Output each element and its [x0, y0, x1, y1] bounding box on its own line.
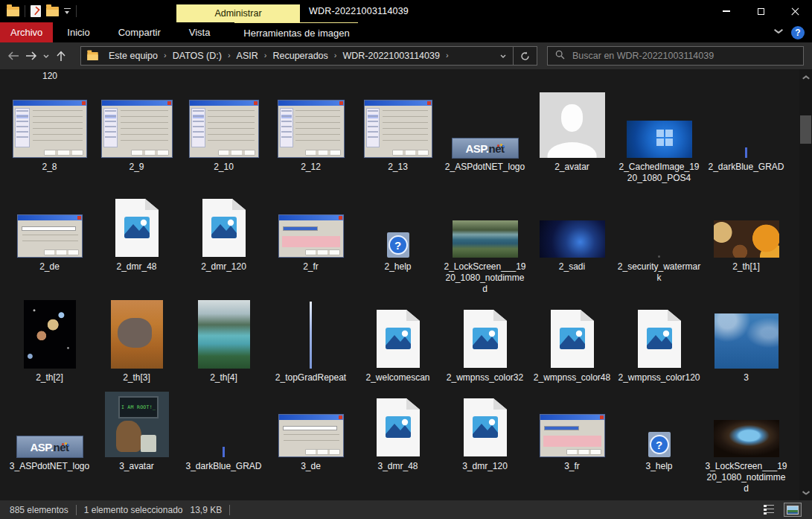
expand-ribbon-chevron-icon[interactable] — [774, 31, 781, 35]
file-item[interactable]: 2_8 — [6, 89, 93, 184]
file-thumbnail-vshort[interactable] — [745, 147, 747, 158]
vertical-scrollbar[interactable] — [799, 69, 812, 500]
file-thumbnail-lake[interactable] — [453, 220, 518, 258]
file-thumbnail-dlgwide[interactable] — [17, 214, 83, 258]
recent-locations-chevron-icon[interactable] — [40, 46, 52, 66]
file-thumbnail-help[interactable] — [648, 432, 671, 457]
file-item[interactable]: 3 — [703, 300, 790, 383]
file-item[interactable]: 2_wmpnss_color120 — [616, 300, 703, 383]
breadcrumb-item[interactable]: DATOS (D:) — [168, 51, 226, 61]
search-input[interactable] — [571, 50, 803, 62]
file-item[interactable]: 3_dmr_48 — [354, 389, 441, 494]
file-item[interactable]: 3_help — [616, 389, 703, 494]
breadcrumb-chevron-icon[interactable]: › — [444, 51, 450, 60]
file-item[interactable]: 2_wmpnss_color48 — [528, 300, 616, 383]
file-item[interactable]: 3_dmr_120 — [441, 389, 528, 494]
address-box[interactable]: Este equipo›DATOS (D:)›ASIR›Recuperados›… — [80, 46, 537, 66]
file-thumbnail-vshort[interactable] — [223, 447, 225, 457]
file-thumbnail-dlgtall[interactable] — [101, 100, 173, 158]
file-thumbnail-dlgtall[interactable] — [13, 100, 87, 158]
file-item[interactable]: 2_th[2] — [6, 300, 93, 383]
ribbon-tab-vista[interactable]: Vista — [175, 22, 225, 42]
file-thumbnail-imgfile[interactable] — [202, 198, 246, 258]
new-folder-icon[interactable] — [46, 7, 59, 16]
file-item[interactable]: 2_security_watermark — [616, 189, 703, 295]
customize-chevron-icon[interactable] — [64, 8, 71, 15]
back-button[interactable] — [4, 46, 22, 66]
file-thumbnail-food[interactable] — [714, 220, 779, 258]
breadcrumb-item[interactable]: WDR-20221003114039 — [338, 51, 444, 61]
file-item[interactable]: 2_avatar — [528, 89, 616, 184]
file-item[interactable]: 2_LockScreen___1920_1080_notdimmed — [441, 189, 528, 295]
ribbon-tab-inicio[interactable]: Inicio — [53, 22, 103, 42]
file-item[interactable]: 2_darkBlue_GRAD — [703, 89, 790, 184]
file-thumbnail-dlgtall[interactable] — [278, 100, 345, 158]
file-thumbnail-sky[interactable] — [715, 313, 779, 369]
file-item[interactable]: 2_13 — [354, 89, 441, 184]
forward-button[interactable] — [22, 46, 40, 66]
file-item[interactable]: ASP.net3_ASPdotNET_logo — [6, 389, 93, 494]
breadcrumb-chevron-icon[interactable]: › — [162, 51, 168, 60]
file-thumbnail-dlgtall[interactable] — [189, 100, 259, 158]
file-thumbnail-space[interactable] — [24, 300, 76, 369]
breadcrumb-item[interactable]: ASIR — [232, 51, 263, 61]
file-thumbnail-imgfile[interactable] — [463, 309, 508, 369]
file-item[interactable]: 2_th[1] — [703, 189, 790, 295]
file-thumbnail-imgfile[interactable] — [550, 309, 595, 369]
file-item[interactable]: 3_darkBlue_GRAD — [180, 389, 267, 494]
file-thumbnail-imgfile[interactable] — [463, 398, 508, 457]
scroll-down-icon[interactable] — [799, 486, 812, 499]
file-item[interactable]: 2_dmr_48 — [93, 189, 180, 295]
file-item[interactable]: I AM ROOT!_3_avatar — [93, 389, 180, 494]
file-item[interactable]: 2_welcomescan — [354, 300, 441, 383]
file-item[interactable]: 2_9 — [93, 89, 180, 184]
close-button[interactable] — [778, 0, 812, 22]
file-item[interactable]: 2_CachedImage_1920_1080_POS4 — [616, 89, 703, 184]
ribbon-tab-archivo[interactable]: Archivo — [0, 22, 53, 42]
file-thumbnail-imgfile[interactable] — [376, 309, 421, 369]
file-thumbnail-valley[interactable] — [198, 300, 250, 369]
thumbnails-view-button[interactable] — [784, 503, 802, 517]
breadcrumb-item[interactable]: Recuperados — [268, 51, 332, 61]
file-thumbnail-imgfile[interactable] — [637, 309, 682, 369]
file-thumbnail-help[interactable] — [387, 232, 409, 258]
minimize-button[interactable] — [709, 0, 744, 22]
details-view-button[interactable] — [760, 503, 778, 517]
address-dropdown-chevron-icon[interactable] — [493, 47, 513, 65]
maximize-button[interactable] — [744, 0, 778, 22]
scroll-up-icon[interactable] — [799, 71, 812, 83]
file-grid[interactable]: 120 2_82_92_102_122_13ASP.net2_ASPdotNET… — [0, 69, 812, 500]
file-thumbnail-vtall[interactable] — [310, 302, 312, 369]
file-item[interactable]: 2_fr — [267, 189, 354, 295]
file-item[interactable]: 2_dmr_120 — [180, 189, 267, 295]
file-item[interactable]: 2_12 — [267, 89, 354, 184]
file-thumbnail-imgfile[interactable] — [115, 198, 159, 258]
file-item[interactable]: 2_th[3] — [93, 300, 180, 383]
breadcrumb-chevron-icon[interactable]: › — [226, 51, 232, 60]
file-item[interactable]: 3_fr — [528, 389, 616, 494]
file-thumbnail-dlgwide[interactable] — [278, 414, 344, 457]
file-thumbnail-imgfile[interactable] — [376, 398, 421, 457]
folder-icon[interactable] — [7, 7, 19, 16]
file-item[interactable]: 3_LockScreen___1920_1080_notdimmed — [703, 389, 790, 494]
file-thumbnail-rhino[interactable] — [111, 300, 163, 369]
file-thumbnail-dlgpink[interactable] — [278, 214, 344, 258]
file-thumbnail-cave[interactable] — [714, 420, 779, 457]
file-thumbnail-dlgpink[interactable] — [540, 414, 605, 457]
refresh-button[interactable] — [513, 47, 537, 65]
help-icon[interactable]: ? — [791, 26, 805, 39]
file-item[interactable]: 2_sadi — [528, 189, 616, 295]
scrollbar-thumb[interactable] — [800, 115, 811, 144]
file-item[interactable]: 2_de — [6, 189, 93, 295]
ribbon-tab-compartir[interactable]: Compartir — [104, 22, 175, 42]
file-thumbnail-dlgtall[interactable] — [364, 100, 432, 158]
breadcrumb-chevron-icon[interactable]: › — [333, 51, 339, 60]
up-button[interactable] — [52, 46, 70, 66]
file-thumbnail-groot[interactable]: I AM ROOT!_ — [105, 392, 169, 457]
breadcrumb-chevron-icon[interactable]: › — [263, 51, 269, 60]
breadcrumb-item[interactable]: Este equipo — [104, 51, 162, 61]
properties-check-icon[interactable] — [31, 5, 41, 17]
file-thumbnail-dot[interactable] — [658, 255, 660, 258]
file-item[interactable]: ASP.net2_ASPdotNET_logo — [441, 89, 528, 184]
file-thumbnail-asp[interactable]: ASP.net — [453, 138, 518, 158]
